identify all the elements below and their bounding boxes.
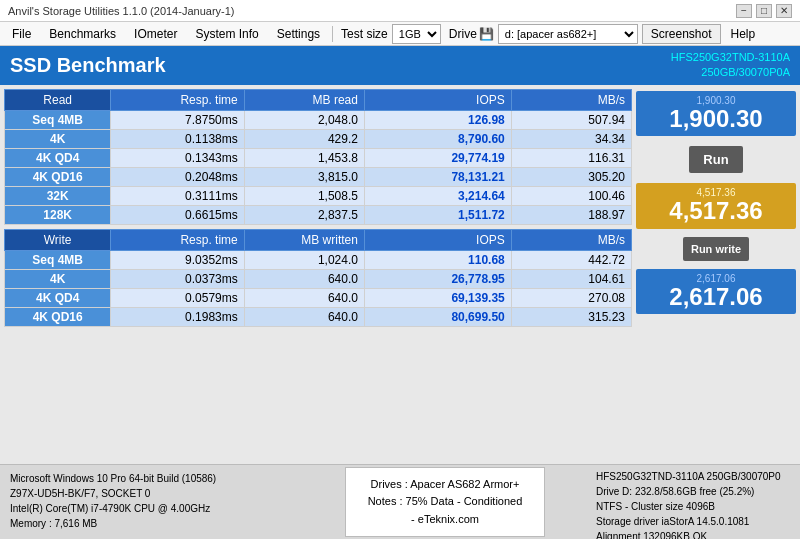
write-table: Write Resp. time MB written IOPS MB/s Se… — [4, 229, 632, 327]
write-row-mbs: 315.23 — [511, 307, 631, 326]
right-line4: Storage driver iaStorA 14.5.0.1081 — [596, 514, 794, 529]
write-row-iops: 110.68 — [364, 250, 511, 269]
read-row-mb: 429.2 — [244, 129, 364, 148]
read-table: Read Resp. time MB read IOPS MB/s Seq 4M… — [4, 89, 632, 225]
total-score-box: 4,517.36 4,517.36 — [636, 183, 796, 228]
write-row-label: Seq 4MB — [5, 250, 111, 269]
write-table-row: 4K QD16 0.1983ms 640.0 80,699.50 315.23 — [5, 307, 632, 326]
table-area: Read Resp. time MB read IOPS MB/s Seq 4M… — [4, 89, 632, 460]
drives-box: Drives : Apacer AS682 Armor+ Notes : 75%… — [345, 467, 545, 538]
write-row-iops: 80,699.50 — [364, 307, 511, 326]
app-header: SSD Benchmark HFS250G32TND-3110A 250GB/3… — [0, 46, 800, 85]
right-line1: HFS250G32TND-3110A 250GB/30070P0 — [596, 469, 794, 484]
read-row-label: Seq 4MB — [5, 110, 111, 129]
bottom-area: Microsoft Windows 10 Pro 64-bit Build (1… — [0, 464, 800, 539]
read-row-mb: 2,837.5 — [244, 205, 364, 224]
read-header-iops: IOPS — [364, 89, 511, 110]
write-score-box: 2,617.06 2,617.06 — [636, 269, 796, 314]
right-line4-text: Storage driver iaStorA 14.5.0.1081 — [596, 516, 749, 527]
sys-line1: Microsoft Windows 10 Pro 64-bit Build (1… — [10, 471, 290, 486]
right-line2: Drive D: 232.8/58.6GB free (25.2%) — [596, 484, 794, 499]
menu-settings[interactable]: Settings — [269, 25, 328, 43]
window-title: Anvil's Storage Utilities 1.1.0 (2014-Ja… — [8, 5, 234, 17]
read-row-label: 32K — [5, 186, 111, 205]
close-button[interactable]: ✕ — [776, 4, 792, 18]
write-row-mbs: 270.08 — [511, 288, 631, 307]
read-table-row: 128K 0.6615ms 2,837.5 1,511.72 188.97 — [5, 205, 632, 224]
write-row-mb: 1,024.0 — [244, 250, 364, 269]
read-row-resp: 0.3111ms — [111, 186, 245, 205]
read-row-resp: 0.6615ms — [111, 205, 245, 224]
read-row-resp: 7.8750ms — [111, 110, 245, 129]
read-table-row: 32K 0.3111ms 1,508.5 3,214.64 100.46 — [5, 186, 632, 205]
write-table-row: Seq 4MB 9.0352ms 1,024.0 110.68 442.72 — [5, 250, 632, 269]
write-header-iops: IOPS — [364, 229, 511, 250]
read-header-mb: MB read — [244, 89, 364, 110]
maximize-button[interactable]: □ — [756, 4, 772, 18]
write-header-mb: MB written — [244, 229, 364, 250]
read-row-mbs: 188.97 — [511, 205, 631, 224]
write-header-resp: Resp. time — [111, 229, 245, 250]
read-row-iops: 1,511.72 — [364, 205, 511, 224]
menu-benchmarks[interactable]: Benchmarks — [41, 25, 124, 43]
read-row-mb: 1,453.8 — [244, 148, 364, 167]
total-score-big: 4,517.36 — [642, 198, 790, 224]
menu-file[interactable]: File — [4, 25, 39, 43]
testsize-select[interactable]: 1GB — [392, 24, 441, 44]
screenshot-button[interactable]: Screenshot — [642, 24, 721, 44]
write-score-small: 2,617.06 — [642, 273, 790, 284]
title-bar: Anvil's Storage Utilities 1.1.0 (2014-Ja… — [0, 0, 800, 22]
read-row-label: 4K QD16 — [5, 167, 111, 186]
read-header-label: Read — [5, 89, 111, 110]
write-row-mbs: 104.61 — [511, 269, 631, 288]
write-row-iops: 26,778.95 — [364, 269, 511, 288]
drive-icon: 💾 — [479, 27, 494, 41]
drive-label: Drive — [449, 27, 477, 41]
read-row-iops: 78,131.21 — [364, 167, 511, 186]
read-row-mb: 1,508.5 — [244, 186, 364, 205]
testsize-label: Test size — [341, 27, 388, 41]
menu-iometer[interactable]: IOmeter — [126, 25, 185, 43]
run-read-row: Run — [636, 142, 796, 177]
right-line3: NTFS - Cluster size 4096B — [596, 499, 794, 514]
read-row-mbs: 100.46 — [511, 186, 631, 205]
read-row-iops: 126.98 — [364, 110, 511, 129]
read-row-label: 4K — [5, 129, 111, 148]
write-table-row: 4K QD4 0.0579ms 640.0 69,139.35 270.08 — [5, 288, 632, 307]
read-score-big: 1,900.30 — [642, 106, 790, 132]
read-header-mbs: MB/s — [511, 89, 631, 110]
write-row-resp: 0.0373ms — [111, 269, 245, 288]
read-row-resp: 0.2048ms — [111, 167, 245, 186]
write-header-mbs: MB/s — [511, 229, 631, 250]
run-write-row: Run write — [636, 235, 796, 263]
write-header-label: Write — [5, 229, 111, 250]
write-row-resp: 0.0579ms — [111, 288, 245, 307]
write-row-label: 4K — [5, 269, 111, 288]
menu-bar: File Benchmarks IOmeter System Info Sett… — [0, 22, 800, 46]
minimize-button[interactable]: − — [736, 4, 752, 18]
drive-select[interactable]: d: [apacer as682+] — [498, 24, 638, 44]
menu-separator-1 — [332, 26, 333, 42]
read-table-row: Seq 4MB 7.8750ms 2,048.0 126.98 507.94 — [5, 110, 632, 129]
menu-help[interactable]: Help — [723, 25, 764, 43]
write-score-big: 2,617.06 — [642, 284, 790, 310]
read-table-row: 4K 0.1138ms 429.2 8,790.60 34.34 — [5, 129, 632, 148]
bottom-right: HFS250G32TND-3110A 250GB/30070P0 Drive D… — [590, 465, 800, 539]
run-button[interactable]: Run — [689, 146, 742, 173]
sys-line4: Memory : 7,616 MB — [10, 516, 290, 531]
run-write-button[interactable]: Run write — [683, 237, 749, 261]
read-row-resp: 0.1138ms — [111, 129, 245, 148]
main-content: SSD Benchmark HFS250G32TND-3110A 250GB/3… — [0, 46, 800, 539]
write-row-label: 4K QD4 — [5, 288, 111, 307]
read-table-row: 4K QD16 0.2048ms 3,815.0 78,131.21 305.2… — [5, 167, 632, 186]
read-score-box: 1,900.30 1,900.30 — [636, 91, 796, 136]
menu-sysinfo[interactable]: System Info — [187, 25, 266, 43]
write-row-resp: 9.0352ms — [111, 250, 245, 269]
read-row-iops: 8,790.60 — [364, 129, 511, 148]
read-row-iops: 29,774.19 — [364, 148, 511, 167]
pro-edition-label: Professional Edition — [10, 535, 290, 539]
write-row-iops: 69,139.35 — [364, 288, 511, 307]
drive-line1: HFS250G32TND-3110A — [671, 50, 790, 65]
read-row-mb: 3,815.0 — [244, 167, 364, 186]
write-row-resp: 0.1983ms — [111, 307, 245, 326]
